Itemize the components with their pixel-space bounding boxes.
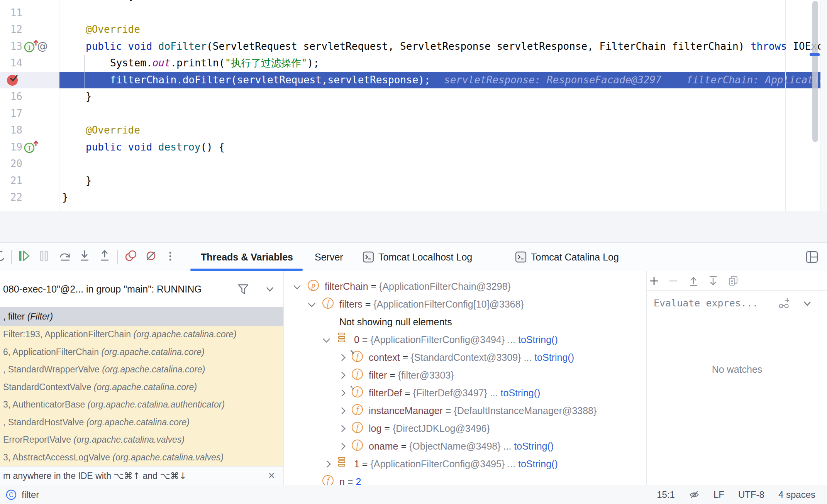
layout-settings-icon[interactable] xyxy=(805,250,819,264)
remove-watch-icon[interactable] xyxy=(668,275,679,287)
gutter-line-number[interactable]: 14 xyxy=(0,55,22,72)
chevron-collapsed-icon[interactable] xyxy=(339,444,344,449)
variable-row[interactable]: ffilter = {filter@3303} xyxy=(284,366,646,384)
rerun-icon[interactable] xyxy=(0,248,5,265)
gutter-line-number[interactable]: 18 xyxy=(0,122,22,139)
stack-frame[interactable]: StandardContextValve (org.apache.catalin… xyxy=(0,379,283,396)
gutter-line-number[interactable]: 12 xyxy=(0,21,22,38)
frame-package: (org.apache.catalina.core) xyxy=(94,382,197,392)
editor-scrollbar[interactable] xyxy=(812,1,818,142)
gutter-line-number[interactable]: 13 xyxy=(0,38,22,55)
gutter-line-number[interactable]: 19 xyxy=(0,139,22,156)
chevron-down-icon[interactable] xyxy=(803,300,812,308)
annotation-gutter-icon[interactable]: @ xyxy=(37,39,48,54)
indent-style[interactable]: 4 spaces xyxy=(778,489,815,500)
overrides-method-icon[interactable]: I xyxy=(23,139,40,155)
chevron-collapsed-icon[interactable] xyxy=(339,355,344,360)
svg-text:C: C xyxy=(9,492,14,498)
variable-row[interactable]: fn = 2 xyxy=(284,473,646,485)
chevron-collapsed-icon[interactable] xyxy=(339,373,344,378)
code-segment: System. xyxy=(110,57,153,69)
move-watch-up-icon[interactable] xyxy=(688,275,699,287)
gutter-line-number[interactable]: 11 xyxy=(0,5,22,22)
add-to-watches-icon[interactable] xyxy=(777,296,791,310)
step-into-icon[interactable] xyxy=(78,248,92,264)
duplicate-icon[interactable] xyxy=(727,275,739,287)
stack-frame[interactable]: , StandardWrapperValve (org.apache.catal… xyxy=(0,361,283,379)
tostring-link[interactable]: toString() xyxy=(501,387,541,398)
variable-row[interactable]: Not showing null elements xyxy=(284,313,646,331)
code-line[interactable]: System.out.println("执行了过滤操作"); xyxy=(110,55,319,72)
gutter-line-number[interactable]: 22 xyxy=(0,189,22,206)
status-file-widget[interactable]: C filter xyxy=(5,489,39,501)
stack-frame[interactable]: 3, AbstractAccessLogValve (org.apache.ca… xyxy=(0,449,283,467)
stack-frame[interactable]: Filter:193, ApplicationFilterChain (org.… xyxy=(0,326,283,343)
chevron-collapsed-icon[interactable] xyxy=(339,426,344,431)
highlighting-level-icon[interactable] xyxy=(689,489,700,500)
mute-breakpoints-icon[interactable] xyxy=(144,248,158,264)
array-element-icon xyxy=(338,457,347,469)
filter-funnel-icon[interactable] xyxy=(237,282,250,296)
code-line[interactable]: @Override xyxy=(86,21,140,38)
stack-frame[interactable]: 6, ApplicationFilterChain (org.apache.ca… xyxy=(0,343,283,361)
variable-row[interactable]: finstanceManager = {DefaultInstanceManag… xyxy=(284,402,646,419)
scrollbar-current-line-marker[interactable] xyxy=(810,53,820,56)
close-icon[interactable]: ✕ xyxy=(268,467,275,485)
chevron-expanded-icon[interactable] xyxy=(295,284,300,289)
code-line[interactable]: } xyxy=(62,189,68,206)
stack-frame[interactable]: , filter (Filter) xyxy=(0,307,283,326)
gutter-line-number[interactable]: 20 xyxy=(0,156,22,173)
more-options-icon[interactable] xyxy=(167,251,173,263)
code-line[interactable]: public void doFilter(ServletRequest serv… xyxy=(86,38,823,55)
tostring-link[interactable]: toString() xyxy=(518,458,558,469)
chevron-down-icon[interactable] xyxy=(265,286,275,293)
chevron-expanded-icon[interactable] xyxy=(309,302,315,307)
gutter-line-number[interactable]: 16 xyxy=(0,88,22,105)
tab-tomcat-localhost-log[interactable]: Tomcat Localhost Log xyxy=(378,243,472,271)
pause-icon[interactable] xyxy=(37,248,51,264)
move-watch-down-icon[interactable] xyxy=(707,275,719,287)
equals-sign: = xyxy=(387,370,398,381)
chevron-collapsed-icon[interactable] xyxy=(339,391,344,396)
code-editor[interactable]: } I @ I @Overridepublic void doFilter(Se… xyxy=(0,0,827,211)
variable-row[interactable]: f⚷filterDef = {FilterDef@3497} ... toStr… xyxy=(284,384,646,402)
step-over-icon[interactable] xyxy=(58,248,72,264)
thread-selector[interactable]: 080-exec-10"@2... in group "main": RUNNI… xyxy=(0,271,283,308)
file-encoding[interactable]: UTF-8 xyxy=(738,489,764,500)
variable-row[interactable]: pfilterChain = {ApplicationFilterChain@3… xyxy=(284,277,646,295)
add-watch-icon[interactable] xyxy=(648,275,660,287)
variable-row[interactable]: foname = {ObjectName@3498} ... toString(… xyxy=(284,437,646,455)
tab-tomcat-catalina-log[interactable]: Tomcat Catalina Log xyxy=(531,243,619,271)
code-line[interactable]: public void destroy() { xyxy=(86,139,225,156)
stack-frame[interactable]: ErrorReportValve (org.apache.catalina.va… xyxy=(0,431,283,449)
resume-icon[interactable] xyxy=(17,248,31,264)
variable-row[interactable]: 0 = {ApplicationFilterConfig@3494} ... t… xyxy=(284,331,646,348)
equals-sign: = xyxy=(400,352,411,363)
line-separator[interactable]: LF xyxy=(713,489,724,500)
tostring-link[interactable]: toString() xyxy=(514,441,554,452)
gutter-line-number[interactable]: 17 xyxy=(0,105,22,122)
code-line[interactable]: @Override xyxy=(86,122,140,139)
view-breakpoints-icon[interactable] xyxy=(124,248,138,264)
variable-row[interactable]: ffilters = {ApplicationFilterConfig[10]@… xyxy=(284,295,646,313)
step-out-icon[interactable] xyxy=(98,248,112,264)
variable-row[interactable]: f⚷context = {StandardContext@3309} ... t… xyxy=(284,348,646,366)
gutter-line-number[interactable]: 21 xyxy=(0,173,22,189)
variables-panel: pfilterChain = {ApplicationFilterChain@3… xyxy=(284,271,646,485)
chevron-collapsed-icon[interactable] xyxy=(324,462,329,467)
chevron-collapsed-icon[interactable] xyxy=(339,408,344,414)
evaluate-expression-input[interactable]: Evaluate expres... xyxy=(647,291,827,316)
error-stripe[interactable] xyxy=(820,0,827,211)
chevron-expanded-icon[interactable] xyxy=(324,337,329,343)
stack-frame[interactable]: , StandardHostValve (org.apache.catalina… xyxy=(0,414,283,431)
tostring-link[interactable]: toString() xyxy=(518,334,558,345)
tostring-link[interactable]: toString() xyxy=(534,352,574,363)
code-line[interactable]: } xyxy=(86,173,92,189)
tab-threads-variables[interactable]: Threads & Variables xyxy=(201,243,293,271)
variable-row[interactable]: flog = {DirectJDKLog@3496} xyxy=(284,419,646,437)
code-line[interactable]: } xyxy=(86,88,92,105)
stack-frame[interactable]: 3, AuthenticatorBase (org.apache.catalin… xyxy=(0,396,283,414)
variable-row[interactable]: 1 = {ApplicationFilterConfig@3495} ... t… xyxy=(284,455,646,473)
caret-position[interactable]: 15:1 xyxy=(657,489,675,500)
tab-server[interactable]: Server xyxy=(315,243,343,271)
